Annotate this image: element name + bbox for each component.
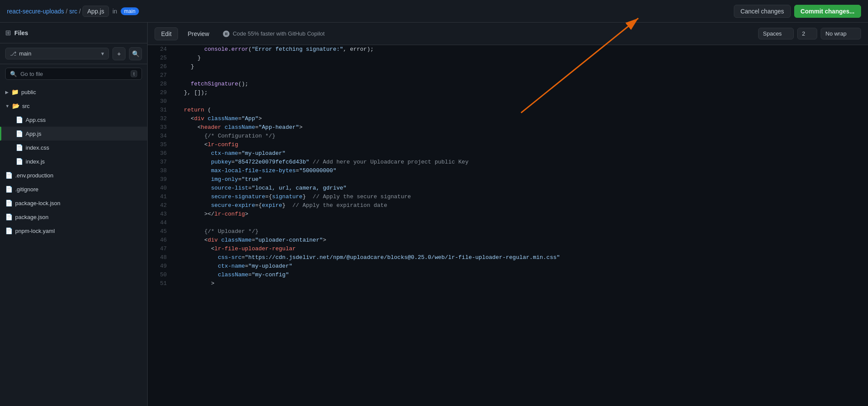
code-line-33: 33 <header className="App-header"> — [148, 123, 868, 132]
line-number: 32 — [148, 115, 174, 123]
line-content: className="my-config" — [174, 271, 868, 279]
main-layout: ⊞ Files ⎇ main ▾ + 🔍 🔍 t ▶ 📁 public — [0, 23, 868, 406]
line-content: ctx-name="my-uploader" — [174, 262, 868, 271]
search-file-button[interactable]: 🔍 — [129, 47, 142, 60]
sidebar-item-env-production[interactable]: 📄 .env.production — [0, 168, 147, 182]
editor-area: Edit Preview Code 55% faster with GitHub… — [148, 23, 868, 406]
line-number: 37 — [148, 158, 174, 167]
search-shortcut-kbd: t — [131, 70, 137, 77]
breadcrumb-folder[interactable]: src — [69, 8, 77, 15]
sidebar-item-label: App.css — [26, 117, 46, 123]
code-line-30: 30 — [148, 97, 868, 106]
line-number: 33 — [148, 123, 174, 132]
code-editor[interactable]: 24 console.error("Error fetching signatu… — [148, 45, 868, 406]
top-bar: react-secure-uploads / src / App.js in m… — [0, 0, 868, 23]
code-line-51: 51 > — [148, 279, 868, 288]
add-file-button[interactable]: + — [112, 47, 125, 60]
code-line-50: 50 className="my-config" — [148, 271, 868, 279]
code-line-40: 40 source-list="local, url, camera, gdri… — [148, 184, 868, 193]
line-content: max-local-file-size-bytes="500000000" — [174, 167, 868, 175]
branch-selector[interactable]: ⎇ main ▾ — [5, 48, 109, 59]
line-content: ></lr-config> — [174, 210, 868, 219]
line-number: 47 — [148, 245, 174, 253]
sidebar-item-public[interactable]: ▶ 📁 public — [0, 85, 147, 99]
sidebar-item-pnpm-lock[interactable]: 📄 pnpm-lock.yaml — [0, 224, 147, 238]
line-number: 35 — [148, 141, 174, 149]
sidebar-item-package-lock[interactable]: 📄 package-lock.json — [0, 196, 147, 210]
sidebar-item-label: App.js — [26, 131, 41, 137]
code-line-42: 42 secure-expire={expire} // Apply the e… — [148, 201, 868, 210]
line-content: secure-signature={signature} // Apply th… — [174, 193, 868, 201]
line-number: 28 — [148, 80, 174, 88]
code-line-38: 38 max-local-file-size-bytes="500000000" — [148, 167, 868, 175]
sidebar-item-package-json[interactable]: 📄 package.json — [0, 210, 147, 224]
line-content: ctx-name="my-uploader" — [174, 149, 868, 158]
line-number: 24 — [148, 45, 174, 54]
folder-icon: 📁 — [11, 88, 19, 95]
code-line-25: 25 } — [148, 54, 868, 62]
sidebar-item-label: index.js — [26, 158, 45, 165]
wrap-select[interactable]: No wrap Soft wrap — [821, 28, 861, 39]
sidebar-item-index-css[interactable]: 📄 index.css — [0, 141, 147, 154]
sidebar-item-label: package-lock.json — [15, 200, 60, 206]
cancel-changes-button[interactable]: Cancel changes — [734, 5, 790, 18]
sidebar-item-app-js[interactable]: 📄 App.js — [0, 127, 147, 141]
sidebar-item-label: .env.production — [15, 172, 53, 179]
breadcrumb-filename[interactable]: App.js — [83, 6, 109, 17]
line-number: 49 — [148, 262, 174, 271]
code-line-32: 32 <div className="App"> — [148, 115, 868, 123]
line-content: {/* Configuration */} — [174, 132, 868, 141]
spaces-select[interactable]: Spaces Tabs — [758, 28, 794, 39]
tab-edit[interactable]: Edit — [155, 27, 178, 40]
line-number: 44 — [148, 219, 174, 227]
chevron-down-icon: ▼ — [5, 104, 10, 108]
sidebar-item-src[interactable]: ▼ 📂 src — [0, 99, 147, 113]
code-line-36: 36 ctx-name="my-uploader" — [148, 149, 868, 158]
line-content — [174, 219, 868, 227]
breadcrumb-area: react-secure-uploads / src / App.js in m… — [7, 6, 730, 17]
file-icon: 📄 — [5, 172, 13, 179]
copilot-label: Code 55% faster with GitHub Copilot — [233, 30, 325, 37]
line-number: 31 — [148, 106, 174, 115]
file-icon: 📄 — [16, 158, 23, 165]
commit-changes-button[interactable]: Commit changes... — [794, 5, 861, 18]
sidebar-item-label: package.json — [15, 214, 49, 220]
code-line-39: 39 img-only="true" — [148, 175, 868, 184]
toolbar-right: Spaces Tabs 2 4 No wrap Soft wrap — [758, 28, 861, 39]
breadcrumb-repo[interactable]: react-secure-uploads — [7, 8, 64, 15]
code-line-34: 34 {/* Configuration */} — [148, 132, 868, 141]
line-number: 46 — [148, 236, 174, 245]
sidebar: ⊞ Files ⎇ main ▾ + 🔍 🔍 t ▶ 📁 public — [0, 23, 148, 406]
file-tree: ▶ 📁 public ▼ 📂 src 📄 App.css 📄 App.js 📄 — [0, 83, 147, 406]
breadcrumb: react-secure-uploads / src / App.js in m… — [7, 6, 139, 17]
line-number: 25 — [148, 54, 174, 62]
search-input[interactable] — [20, 71, 127, 77]
file-search-box: 🔍 t — [5, 68, 142, 80]
line-content: <lr-file-uploader-regular — [174, 245, 868, 253]
editor-toolbar: Edit Preview Code 55% faster with GitHub… — [148, 23, 868, 45]
line-number: 43 — [148, 210, 174, 219]
line-number: 51 — [148, 279, 174, 288]
code-line-48: 48 css-src="https://cdn.jsdelivr.net/npm… — [148, 253, 868, 262]
line-content: > — [174, 279, 868, 288]
tab-preview[interactable]: Preview — [182, 28, 215, 40]
line-number: 40 — [148, 184, 174, 193]
breadcrumb-in: in — [112, 8, 117, 15]
code-line-41: 41 secure-signature={signature} // Apply… — [148, 193, 868, 201]
code-line-28: 28 fetchSignature(); — [148, 80, 868, 88]
code-line-46: 46 <div className="uploader-container"> — [148, 236, 868, 245]
sidebar-branch-row: ⎇ main ▾ + 🔍 — [0, 43, 147, 64]
line-content — [174, 71, 868, 80]
indent-size-select[interactable]: 2 4 — [797, 28, 817, 39]
code-line-35: 35 <lr-config — [148, 141, 868, 149]
header-actions: Cancel changes Commit changes... — [734, 5, 861, 18]
sidebar-header: ⊞ Files — [0, 23, 147, 43]
code-line-26: 26 } — [148, 62, 868, 71]
sidebar-item-app-css[interactable]: 📄 App.css — [0, 113, 147, 127]
line-content — [174, 97, 868, 106]
line-content: <header className="App-header"> — [174, 123, 868, 132]
sidebar-item-index-js[interactable]: 📄 index.js — [0, 154, 147, 168]
sidebar-item-gitignore[interactable]: 📄 .gitignore — [0, 182, 147, 196]
code-line-43: 43 ></lr-config> — [148, 210, 868, 219]
line-number: 26 — [148, 62, 174, 71]
